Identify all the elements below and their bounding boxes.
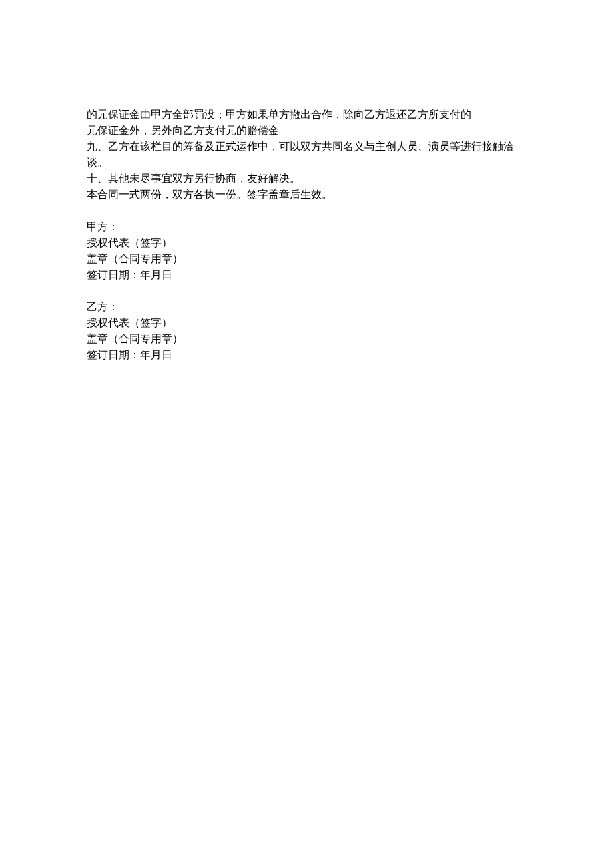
clause-copies: 本合同一式两份，双方各执一份。签字盖章后生效。 — [87, 187, 527, 203]
clause-line-2: 元保证金外，另外向乙方支付元的赔偿金 — [87, 123, 527, 139]
party-a-seal: 盖章（合同专用章） — [87, 251, 527, 267]
party-b-seal: 盖章（合同专用章） — [87, 331, 527, 347]
party-a-signature-block: 甲方： 授权代表（签字） 盖章（合同专用章） 签订日期：年月日 — [87, 219, 527, 283]
clause-line-1: 的元保证金由甲方全部罚没；甲方如果单方撤出合作，除向乙方退还乙方所支付的 — [87, 107, 527, 123]
party-b-title: 乙方： — [87, 299, 527, 315]
party-b-date: 签订日期：年月日 — [87, 347, 527, 363]
party-b-representative: 授权代表（签字） — [87, 315, 527, 331]
party-b-signature-block: 乙方： 授权代表（签字） 盖章（合同专用章） 签订日期：年月日 — [87, 299, 527, 363]
party-a-date: 签订日期：年月日 — [87, 267, 527, 283]
party-a-title: 甲方： — [87, 219, 527, 235]
clause-nine: 九、乙方在该栏目的筹备及正式运作中，可以双方共同名义与主创人员、演员等进行接触洽… — [87, 139, 527, 171]
party-a-representative: 授权代表（签字） — [87, 235, 527, 251]
contract-clauses: 的元保证金由甲方全部罚没；甲方如果单方撤出合作，除向乙方退还乙方所支付的 元保证… — [87, 107, 527, 203]
clause-ten: 十、其他未尽事宜双方另行协商，友好解决。 — [87, 171, 527, 187]
